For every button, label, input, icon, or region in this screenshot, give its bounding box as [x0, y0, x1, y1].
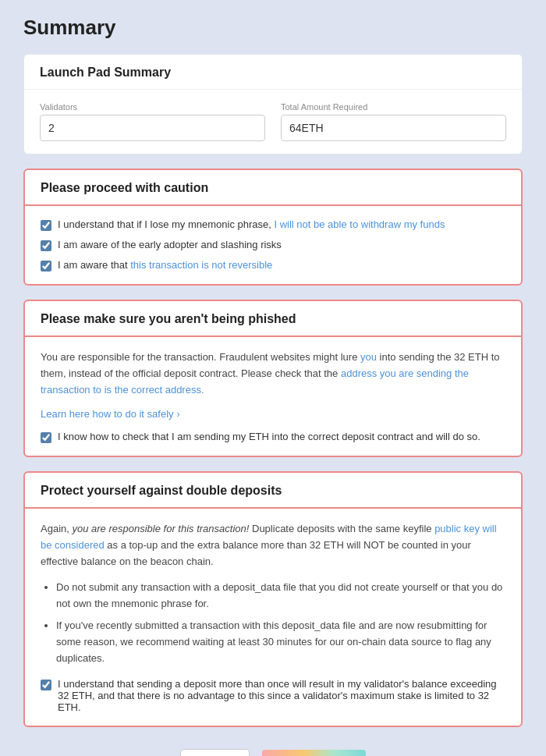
caution-checkbox-2-item: I am aware of the early adopter and slas…	[41, 239, 505, 251]
page-title: Summary	[23, 16, 523, 40]
total-amount-label: Total Amount Required	[281, 102, 506, 112]
phishing-checkbox-item: I know how to check that I am sending my…	[41, 431, 505, 443]
total-amount-value: 64ETH	[281, 115, 506, 141]
summary-fields: Validators 2 Total Amount Required 64ETH	[40, 102, 506, 141]
total-amount-field: Total Amount Required 64ETH	[281, 102, 506, 141]
validators-field: Validators 2	[40, 102, 265, 141]
learn-link[interactable]: Learn here how to do it safely ›	[41, 408, 180, 420]
deposit-list-item-2: If you've recently submitted a transacti…	[56, 618, 505, 666]
phishing-checkbox[interactable]	[41, 432, 51, 443]
validators-value: 2	[40, 115, 265, 141]
irreversible-link[interactable]: this transaction is not reversible	[130, 259, 272, 271]
phishing-card-body: You are responsible for the transaction.…	[25, 337, 521, 456]
caution-checkbox-1-label: I understand that if I lose my mnemonic …	[58, 218, 445, 230]
continue-button[interactable]: Continue	[262, 750, 366, 756]
double-deposits-checkbox-label: I understand that sending a deposit more…	[58, 678, 505, 713]
caution-checkbox-3-label: I am aware that this transaction is not …	[58, 259, 272, 271]
launchpad-summary-card: Launch Pad Summary Validators 2 Total Am…	[23, 54, 523, 154]
caution-checkbox-2-label: I am aware of the early adopter and slas…	[58, 239, 282, 250]
back-button[interactable]: Back	[180, 749, 250, 756]
double-deposits-card-title: Protect yourself against double deposits	[41, 484, 282, 497]
phishing-description: You are responsible for the transaction.…	[41, 350, 505, 398]
double-deposits-card-header: Protect yourself against double deposits	[25, 473, 521, 509]
double-deposits-card: Protect yourself against double deposits…	[23, 471, 523, 726]
caution-checkbox-1[interactable]	[41, 220, 51, 231]
double-deposits-card-body: Again, you are responsible for this tran…	[25, 509, 521, 725]
double-deposits-checkbox-item: I understand that sending a deposit more…	[41, 678, 505, 713]
bottom-buttons: Back Continue	[23, 741, 523, 756]
learn-link-text: Learn here how to do it safely	[41, 408, 174, 420]
caution-checkbox-3-item: I am aware that this transaction is not …	[41, 259, 505, 272]
deposit-list: Do not submit any transaction with a dep…	[56, 580, 505, 667]
validators-label: Validators	[40, 102, 265, 112]
chevron-right-icon: ›	[177, 409, 180, 420]
phishing-card: Please make sure you aren't being phishe…	[23, 300, 523, 457]
caution-checkbox-1-item: I understand that if I lose my mnemonic …	[41, 218, 505, 231]
caution-card-title: Please proceed with caution	[41, 181, 208, 194]
caution-card-header: Please proceed with caution	[25, 170, 521, 206]
double-deposits-checkbox[interactable]	[41, 680, 51, 690]
deposit-list-item-1: Do not submit any transaction with a dep…	[56, 580, 505, 612]
phishing-card-title: Please make sure you aren't being phishe…	[41, 312, 296, 325]
launchpad-card-header: Launch Pad Summary	[24, 55, 522, 90]
caution-card: Please proceed with caution I understand…	[23, 169, 523, 286]
launchpad-card-title: Launch Pad Summary	[40, 66, 171, 79]
deposit-description: Again, you are responsible for this tran…	[41, 521, 505, 570]
caution-checkbox-3[interactable]	[41, 261, 51, 272]
phishing-card-header: Please make sure you aren't being phishe…	[25, 301, 521, 337]
mnemonic-link[interactable]: I will not be able to withdraw my funds	[274, 218, 445, 230]
launchpad-card-body: Validators 2 Total Amount Required 64ETH	[24, 90, 522, 154]
phishing-checkbox-label: I know how to check that I am sending my…	[58, 431, 480, 442]
caution-checkbox-2[interactable]	[41, 240, 51, 251]
caution-card-body: I understand that if I lose my mnemonic …	[25, 206, 521, 284]
page-container: Summary Launch Pad Summary Validators 2 …	[0, 0, 546, 756]
